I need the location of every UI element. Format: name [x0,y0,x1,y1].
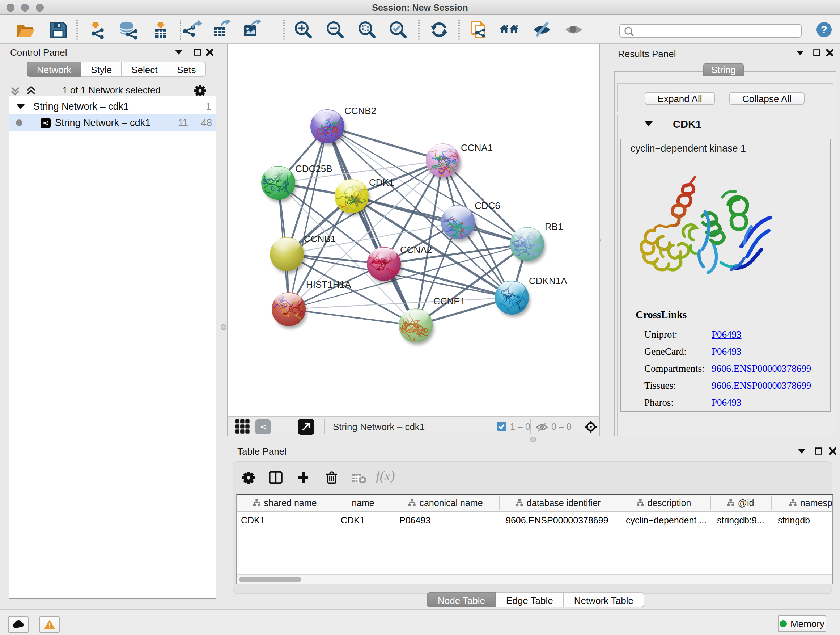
svg-text:HIST1H1A: HIST1H1A [306,279,351,290]
svg-text:CDC25B: CDC25B [295,163,332,174]
svg-text:CCNB2: CCNB2 [344,105,376,116]
svg-text:RB1: RB1 [545,221,563,232]
svg-text:CCNA1: CCNA1 [461,142,493,153]
svg-text:CDKN1A: CDKN1A [529,276,567,287]
svg-text:?: ? [821,24,827,35]
svg-text:CDK1: CDK1 [369,177,394,188]
svg-text:CCNA2: CCNA2 [400,244,432,255]
svg-text:CCNE1: CCNE1 [433,296,465,307]
svg-text:CCNB1: CCNB1 [304,233,336,244]
svg-text:CDC6: CDC6 [475,200,500,211]
